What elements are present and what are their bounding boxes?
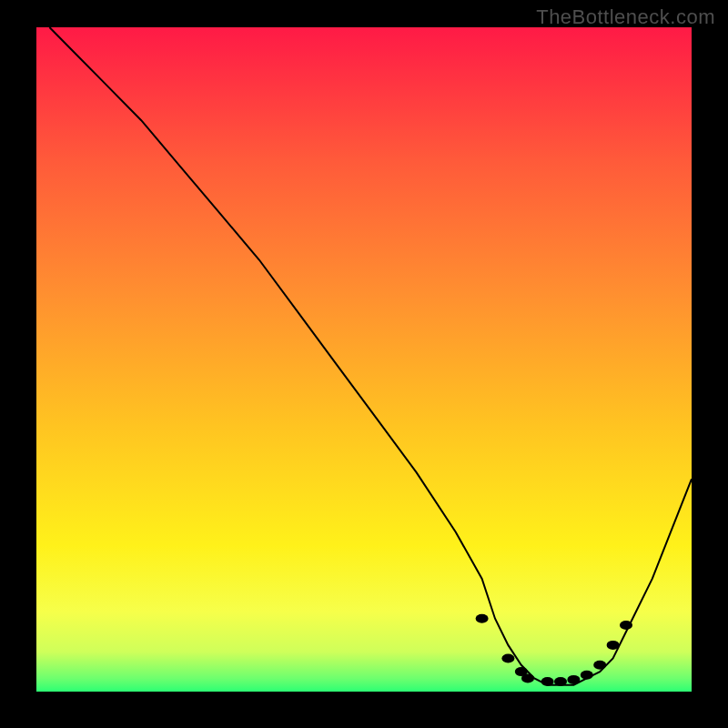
marker-dot: [541, 677, 554, 686]
marker-dot: [476, 614, 489, 623]
marker-dot: [607, 641, 620, 650]
marker-dot: [593, 661, 606, 670]
marker-dot: [521, 673, 534, 682]
marker-dot: [620, 621, 632, 630]
plot-area: [36, 27, 692, 692]
watermark-text: TheBottleneck.com: [536, 5, 715, 29]
marker-dot: [501, 654, 514, 663]
marker-dot: [554, 677, 567, 686]
marker-dot: [581, 671, 593, 680]
gradient-rect: [36, 27, 692, 692]
marker-dot: [567, 675, 580, 684]
chart-frame: TheBottleneck.com: [0, 0, 728, 728]
